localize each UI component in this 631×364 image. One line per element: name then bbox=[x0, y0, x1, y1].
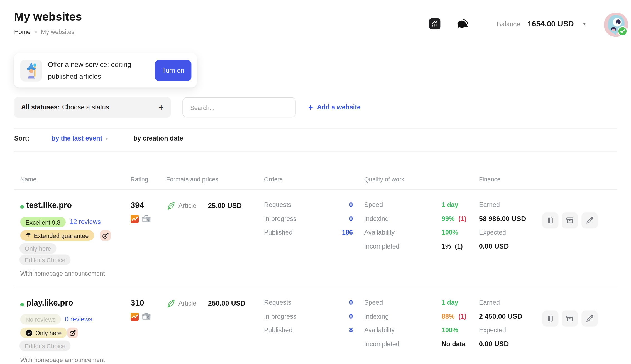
google-analytics-icon[interactable] bbox=[131, 313, 139, 322]
extended-guarantee-badge: ☂ Extended guarantee bbox=[20, 230, 94, 241]
requests-label: Requests bbox=[264, 299, 291, 306]
in-progress-value[interactable]: 0 bbox=[312, 313, 353, 320]
format-price: 250.00 USD bbox=[208, 299, 246, 308]
user-avatar[interactable] bbox=[604, 13, 628, 37]
in-progress-value[interactable]: 0 bbox=[312, 215, 353, 222]
column-header-name: Name bbox=[20, 176, 36, 183]
messages-chat-icon[interactable] bbox=[457, 18, 468, 30]
incompleted-label: Incompleted bbox=[364, 340, 400, 348]
breadcrumb: Home My websites bbox=[14, 28, 74, 35]
speed-label: Speed bbox=[364, 201, 383, 209]
column-header-finance: Finance bbox=[479, 176, 501, 183]
search-input[interactable] bbox=[182, 97, 295, 118]
indexing-flag: (1) bbox=[458, 313, 466, 320]
expected-value: 0.00 USD bbox=[479, 242, 509, 250]
sort-by-creation-date[interactable]: by creation date bbox=[133, 135, 183, 142]
indexing-value: 99% (1) bbox=[442, 215, 466, 222]
article-feather-icon bbox=[166, 201, 175, 212]
column-header-rating: Rating bbox=[131, 176, 148, 183]
expected-label: Expected bbox=[479, 229, 506, 236]
earned-label: Earned bbox=[479, 201, 500, 209]
webmaster-toolbox-icon[interactable] bbox=[142, 215, 151, 225]
rating-service-icons bbox=[131, 313, 151, 322]
breadcrumb-home-link[interactable]: Home bbox=[14, 28, 30, 35]
homepage-announcement-note: With homepage announcement bbox=[20, 270, 105, 277]
add-website-button[interactable]: + Add a website bbox=[308, 97, 361, 118]
availability-label: Availability bbox=[364, 229, 395, 236]
banner-text: Offer a new service: editing published a… bbox=[48, 58, 149, 82]
google-analytics-icon[interactable] bbox=[131, 215, 139, 225]
website-name-link[interactable]: play.like.pro bbox=[26, 298, 73, 308]
column-header-orders: Orders bbox=[264, 176, 283, 183]
divider bbox=[14, 128, 617, 128]
indexing-flag: (1) bbox=[458, 215, 466, 222]
divider bbox=[14, 151, 617, 151]
status-filter-plus-icon[interactable]: + bbox=[158, 103, 164, 112]
indexing-value: 88% (1) bbox=[442, 313, 466, 320]
in-progress-label: In progress bbox=[264, 215, 297, 222]
analytics-chart-icon[interactable] bbox=[429, 18, 441, 30]
availability-value: 100% bbox=[442, 229, 458, 236]
incompleted-label: Incompleted bbox=[364, 243, 400, 250]
availability-label: Availability bbox=[364, 327, 395, 334]
incompleted-value: No data bbox=[442, 340, 465, 348]
speed-value: 1 day bbox=[442, 299, 458, 306]
requests-value[interactable]: 0 bbox=[312, 201, 353, 209]
format-label: Article bbox=[178, 300, 197, 307]
status-filter[interactable]: All statuses: Choose a status + bbox=[14, 97, 171, 118]
published-value[interactable]: 186 bbox=[312, 229, 353, 236]
dart-target-badge bbox=[67, 328, 78, 338]
pause-button[interactable] bbox=[542, 311, 558, 327]
published-label: Published bbox=[264, 229, 292, 236]
breadcrumb-current: My websites bbox=[41, 28, 74, 35]
website-row: play.like.pro No reviews 0 reviews Only … bbox=[0, 287, 631, 364]
reviews-link[interactable]: 12 reviews bbox=[70, 218, 101, 226]
status-dot-icon bbox=[20, 205, 24, 209]
edit-button[interactable] bbox=[581, 311, 598, 327]
editors-choice-badge: Editor's Choice bbox=[19, 255, 71, 265]
status-filter-value: Choose a status bbox=[62, 104, 109, 111]
homepage-announcement-note: With homepage announcement bbox=[20, 356, 105, 363]
wizard-icon bbox=[20, 59, 42, 81]
check-circle-icon bbox=[26, 329, 33, 336]
rating-badge: Excellent 9.8 bbox=[20, 217, 66, 227]
turn-on-button[interactable]: Turn on bbox=[155, 60, 191, 81]
indexing-label: Indexing bbox=[364, 313, 389, 320]
requests-value[interactable]: 0 bbox=[312, 299, 353, 306]
format-label: Article bbox=[178, 202, 197, 210]
earned-value: 2 450.00 USD bbox=[479, 313, 522, 321]
editors-choice-badge: Editor's Choice bbox=[19, 340, 71, 351]
archive-button[interactable] bbox=[562, 212, 578, 228]
article-feather-icon bbox=[166, 299, 175, 310]
pause-button[interactable] bbox=[542, 212, 558, 228]
incompleted-flag: (1) bbox=[455, 243, 463, 250]
indexing-label: Indexing bbox=[364, 215, 389, 222]
rating-value: 310 bbox=[131, 298, 144, 308]
earned-label: Earned bbox=[479, 299, 500, 306]
edit-button[interactable] bbox=[581, 212, 598, 228]
status-filter-prefix: All statuses: bbox=[21, 104, 60, 111]
website-name-link[interactable]: test.like.pro bbox=[26, 201, 72, 210]
column-header-quality: Quality of work bbox=[364, 176, 404, 183]
rating-service-icons bbox=[131, 215, 151, 225]
expected-value: 0.00 USD bbox=[479, 340, 509, 348]
add-plus-icon: + bbox=[308, 103, 313, 112]
breadcrumb-separator-dot bbox=[35, 31, 37, 33]
sort-by-last-event[interactable]: by the last event ▾ bbox=[52, 135, 108, 142]
website-row: test.like.pro Excellent 9.8 12 reviews ☂… bbox=[0, 189, 631, 287]
column-header-formats: Formats and prices bbox=[166, 176, 218, 183]
published-value[interactable]: 8 bbox=[312, 327, 353, 334]
only-here-badge: Only here bbox=[20, 328, 67, 338]
archive-button[interactable] bbox=[562, 311, 578, 327]
rating-value: 394 bbox=[131, 201, 144, 210]
requests-label: Requests bbox=[264, 201, 291, 209]
page-title: My websites bbox=[14, 11, 82, 24]
speed-label: Speed bbox=[364, 299, 383, 306]
webmaster-toolbox-icon[interactable] bbox=[142, 313, 151, 322]
balance-caret-down-icon[interactable]: ▾ bbox=[583, 21, 586, 27]
balance-value[interactable]: 1654.00 USD bbox=[528, 19, 574, 28]
rating-badge: No reviews bbox=[20, 314, 61, 325]
verified-check-badge bbox=[618, 26, 627, 36]
reviews-link[interactable]: 0 reviews bbox=[65, 316, 92, 323]
promo-banner: Offer a new service: editing published a… bbox=[14, 53, 197, 88]
